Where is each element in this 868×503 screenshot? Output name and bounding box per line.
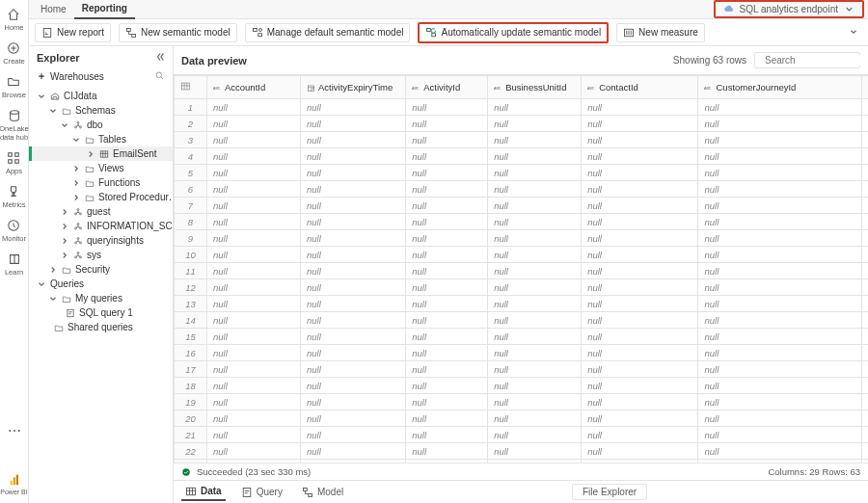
grid-cell[interactable]: null xyxy=(698,443,862,460)
grid-cell[interactable]: null xyxy=(406,427,488,443)
grid-cell[interactable]: null xyxy=(488,132,582,148)
grid-cell[interactable]: null xyxy=(862,427,868,443)
grid-cell[interactable]: null xyxy=(206,263,300,279)
grid-cell[interactable]: null xyxy=(206,181,300,198)
rail-onelake[interactable]: OneLake data hub xyxy=(0,109,29,142)
grid-cell[interactable]: null xyxy=(488,410,582,427)
column-header[interactable]: ABCCustomerJourney xyxy=(862,76,868,99)
grid-cell[interactable]: null xyxy=(301,394,406,410)
grid-cell[interactable]: null xyxy=(698,410,862,427)
grid-cell[interactable]: null xyxy=(582,312,698,329)
grid-cell[interactable]: null xyxy=(582,181,698,198)
tree-dbo[interactable]: dbo xyxy=(29,118,173,132)
table-row[interactable]: 13nullnullnullnullnullnullnull xyxy=(175,296,869,312)
grid-cell[interactable]: null xyxy=(862,148,868,165)
tree-queries[interactable]: Queries xyxy=(29,277,173,291)
grid-cell[interactable]: null xyxy=(406,247,488,263)
rail-apps[interactable]: Apps xyxy=(6,151,22,175)
grid-cell[interactable]: null xyxy=(406,132,488,148)
manage-default-model-button[interactable]: Manage default semantic model xyxy=(245,23,411,42)
grid-cell[interactable]: null xyxy=(582,99,698,116)
grid-cell[interactable]: null xyxy=(698,345,862,361)
column-header[interactable]: ABCContactId xyxy=(582,76,698,99)
grid-cell[interactable]: null xyxy=(862,165,868,181)
grid-cell[interactable]: null xyxy=(488,296,582,312)
grid-cell[interactable]: null xyxy=(301,165,406,181)
table-row[interactable]: 3nullnullnullnullnullnullnull xyxy=(175,132,869,148)
column-header[interactable]: ABCCustomerJourneyId xyxy=(698,76,862,99)
grid-cell[interactable]: null xyxy=(301,410,406,427)
column-header[interactable]: ActivityExpiryTime xyxy=(301,76,406,99)
tree-storedproc[interactable]: Stored Procedur… xyxy=(29,190,173,204)
grid-cell[interactable]: null xyxy=(206,345,300,361)
table-row[interactable]: 18nullnullnullnullnullnullnull xyxy=(175,378,869,394)
grid-cell[interactable]: null xyxy=(406,312,488,329)
grid-cell[interactable]: null xyxy=(862,361,868,378)
grid-cell[interactable]: null xyxy=(301,99,406,116)
grid-cell[interactable]: null xyxy=(406,165,488,181)
grid-cell[interactable]: null xyxy=(488,279,582,296)
grid-cell[interactable]: null xyxy=(698,116,862,132)
grid-cell[interactable]: null xyxy=(488,198,582,214)
new-report-button[interactable]: New report xyxy=(35,23,111,42)
grid-cell[interactable]: null xyxy=(206,394,300,410)
grid-cell[interactable]: null xyxy=(488,361,582,378)
grid-cell[interactable]: null xyxy=(301,230,406,247)
grid-cell[interactable]: null xyxy=(862,116,868,132)
search-warehouses-button[interactable] xyxy=(154,70,165,83)
grid-cell[interactable]: null xyxy=(698,214,862,230)
grid-cell[interactable]: null xyxy=(862,263,868,279)
grid-cell[interactable]: null xyxy=(406,410,488,427)
grid-cell[interactable]: null xyxy=(582,247,698,263)
tree-sqlquery1[interactable]: SQL query 1 xyxy=(29,305,173,320)
ribbon-collapse-toggle[interactable] xyxy=(845,27,862,39)
table-row[interactable]: 22nullnullnullnullnullnullnull xyxy=(175,443,869,460)
grid-cell[interactable]: null xyxy=(862,198,868,214)
grid-cell[interactable]: null xyxy=(582,329,698,345)
tree-functions[interactable]: Functions xyxy=(29,175,173,190)
grid-cell[interactable]: null xyxy=(488,148,582,165)
grid-cell[interactable]: null xyxy=(698,198,862,214)
grid-cell[interactable]: null xyxy=(582,279,698,296)
grid-cell[interactable]: null xyxy=(582,165,698,181)
grid-cell[interactable]: null xyxy=(582,427,698,443)
grid-cell[interactable]: null xyxy=(862,378,868,394)
table-row[interactable]: 6nullnullnullnullnullnullnull xyxy=(175,181,869,198)
table-row[interactable]: 11nullnullnullnullnullnullnull xyxy=(175,263,869,279)
grid-cell[interactable]: null xyxy=(582,410,698,427)
grid-cell[interactable]: null xyxy=(301,132,406,148)
tree-schemas[interactable]: Schemas xyxy=(29,103,173,118)
table-row[interactable]: 19nullnullnullnullnullnullnull xyxy=(175,394,869,410)
tree-guest[interactable]: guest xyxy=(29,204,173,219)
grid-cell[interactable]: null xyxy=(406,378,488,394)
grid-cell[interactable]: null xyxy=(582,345,698,361)
grid-cell[interactable]: null xyxy=(698,279,862,296)
grid-cell[interactable]: null xyxy=(301,345,406,361)
grid-cell[interactable]: null xyxy=(488,99,582,116)
grid-cell[interactable]: null xyxy=(206,296,300,312)
grid-cell[interactable]: null xyxy=(206,410,300,427)
grid-cell[interactable]: null xyxy=(301,214,406,230)
table-row[interactable]: 8nullnullnullnullnullnullnull xyxy=(175,214,869,230)
grid-cell[interactable]: null xyxy=(862,443,868,460)
tree-tables[interactable]: Tables xyxy=(29,132,173,146)
grid-cell[interactable]: null xyxy=(301,247,406,263)
grid-cell[interactable]: null xyxy=(582,148,698,165)
grid-cell[interactable]: null xyxy=(698,230,862,247)
grid-cell[interactable]: null xyxy=(301,312,406,329)
grid-cell[interactable]: null xyxy=(301,296,406,312)
table-row[interactable]: 9nullnullnullnullnullnullnull xyxy=(175,230,869,247)
grid-cell[interactable]: null xyxy=(206,361,300,378)
grid-cell[interactable]: null xyxy=(406,361,488,378)
grid-cell[interactable]: null xyxy=(582,230,698,247)
grid-cell[interactable]: null xyxy=(301,329,406,345)
grid-cell[interactable]: null xyxy=(488,247,582,263)
grid-cell[interactable]: null xyxy=(406,230,488,247)
grid-cell[interactable]: null xyxy=(301,378,406,394)
grid-cell[interactable]: null xyxy=(582,198,698,214)
grid-cell[interactable]: null xyxy=(488,181,582,198)
table-row[interactable]: 1nullnullnullnullnullnullnull xyxy=(175,99,869,116)
grid-cell[interactable]: null xyxy=(698,329,862,345)
auto-update-model-button[interactable]: Automatically update semantic model xyxy=(418,22,609,43)
grid-cell[interactable]: null xyxy=(488,427,582,443)
